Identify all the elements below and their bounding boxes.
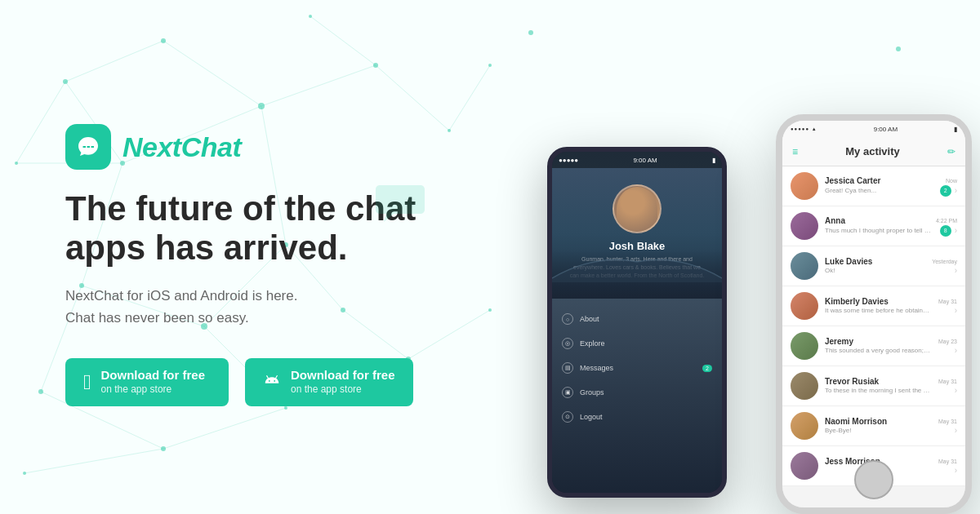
android-bg-scene: Josh Blake Gunman, hunter, 3 arts. Here … <box>552 168 722 299</box>
logout-icon: ⊙ <box>562 411 573 423</box>
trevor-avatar <box>791 372 818 400</box>
android-menu: ○ About ◎ Explore ▤ Messages 2 ▣ Group <box>552 307 722 429</box>
jess-avatar <box>791 452 818 480</box>
jeremy-arrow: › <box>955 346 957 355</box>
naomi-chat-body: Naomi Morrison May 31 Bye-Bye! › <box>825 417 957 435</box>
ios-phone: ●●●●● ▲ 9:00 AM ▮ ≡ My activity ✏ J <box>776 114 972 514</box>
android-btn-sub: on the app store <box>291 383 395 397</box>
messages-icon: ▤ <box>562 362 573 374</box>
headline: The future of the chat apps has arrived. <box>65 189 474 268</box>
tagline-text: The future of the chat apps has arrived. <box>65 189 416 267</box>
kimberly-arrow: › <box>955 306 957 315</box>
android-screen: ●●●●● 9:00 AM ▮ <box>552 152 722 493</box>
naomi-avatar <box>791 412 818 440</box>
android-btn-main: Download for free <box>291 368 395 383</box>
jeremy-chat-body: Jeremy May 23 This sounded a very good r… <box>825 337 957 355</box>
ios-signal: ●●●●● ▲ <box>791 126 817 131</box>
menu-messages-label: Messages <box>580 364 613 372</box>
android-status-bar: ●●●●● 9:00 AM ▮ <box>552 152 722 168</box>
groups-icon: ▣ <box>562 387 573 398</box>
subtitle-line2: Chat has never been so easy. <box>65 310 249 326</box>
jessica-arrow: › <box>955 186 957 195</box>
trevor-chat-body: Trevor Rusiak May 31 To these in the mor… <box>825 377 957 395</box>
app-logo-icon <box>65 124 111 170</box>
menu-item-logout[interactable]: ⊙ Logout <box>552 405 722 429</box>
ios-download-button[interactable]:  Download for free on the app store <box>65 358 229 406</box>
jessica-chat-body: Jessica Carter Now Great! Cya then... 2 … <box>825 176 957 197</box>
store-buttons-row:  Download for free on the app store Dow… <box>65 358 474 406</box>
bridge-silhouette <box>552 250 722 282</box>
android-download-button[interactable]: Download for free on the app store <box>245 358 413 406</box>
ios-btn-main: Download for free <box>101 368 206 383</box>
subtitle-line1: NextChat for iOS and Android is here. <box>65 288 297 304</box>
ios-chat-item-naomi[interactable]: Naomi Morrison May 31 Bye-Bye! › <box>782 406 965 446</box>
kimberly-chat-body: Kimberly Davies May 31 It was some time … <box>825 297 957 315</box>
jess-chat-body: Jess Morrison May 31 › <box>825 457 957 475</box>
luke-arrow: › <box>955 266 957 275</box>
menu-logout-label: Logout <box>580 413 603 421</box>
android-avatar <box>612 184 662 233</box>
android-icon <box>263 371 281 392</box>
messages-badge: 2 <box>702 365 712 372</box>
app-name: NextChat <box>122 131 241 163</box>
android-btn-text: Download for free on the app store <box>291 368 395 397</box>
ios-chat-item-jess[interactable]: Jess Morrison May 31 › <box>782 446 965 486</box>
jessica-badge: 2 <box>940 185 951 197</box>
menu-groups-label: Groups <box>580 388 604 397</box>
ios-chat-item-trevor[interactable]: Trevor Rusiak May 31 To these in the mor… <box>782 366 965 406</box>
anna-badge: 8 <box>940 225 951 237</box>
ios-time: 9:00 AM <box>874 126 898 133</box>
ios-status-bar: ●●●●● ▲ 9:00 AM ▮ <box>782 121 965 137</box>
main-content: NextChat The future of the chat apps has… <box>0 0 980 514</box>
ios-chat-item-kimberly[interactable]: Kimberly Davies May 31 It was some time … <box>782 286 965 326</box>
android-time: 9:00 AM <box>633 157 657 164</box>
android-logo-icon <box>263 371 281 389</box>
chat-icon <box>75 134 101 160</box>
naomi-arrow: › <box>955 426 957 435</box>
menu-about-label: About <box>580 315 599 323</box>
phones-panel: ●●●●● 9:00 AM ▮ <box>523 0 980 514</box>
ios-chat-item-luke[interactable]: Luke Davies Yesterday Ok! › <box>782 246 965 286</box>
luke-avatar <box>791 252 818 280</box>
ios-btn-sub: on the app store <box>101 383 206 397</box>
jeremy-avatar <box>791 332 818 360</box>
trevor-arrow: › <box>955 386 957 395</box>
luke-chat-body: Luke Davies Yesterday Ok! › <box>825 257 957 275</box>
ios-chat-item-jeremy[interactable]: Jeremy May 23 This sounded a very good r… <box>782 326 965 366</box>
anna-arrow: › <box>955 226 957 235</box>
ios-battery-icon: ▮ <box>954 126 957 133</box>
ios-chat-item-jessica[interactable]: Jessica Carter Now Great! Cya then... 2 … <box>782 166 965 206</box>
jess-arrow: › <box>955 466 957 475</box>
ios-edit-icon[interactable]: ✏ <box>947 146 956 157</box>
ios-btn-text: Download for free on the app store <box>101 368 206 397</box>
subtitle: NextChat for iOS and Android is here. Ch… <box>65 285 474 329</box>
menu-item-messages[interactable]: ▤ Messages 2 <box>552 356 722 380</box>
ios-hamburger-icon[interactable]: ≡ <box>792 146 798 157</box>
android-phone: ●●●●● 9:00 AM ▮ <box>547 147 727 498</box>
ios-chat-item-anna[interactable]: Anna 4:22 PM Thus much I thought proper … <box>782 206 965 246</box>
left-panel: NextChat The future of the chat apps has… <box>0 0 523 514</box>
ios-nav-title: My activity <box>845 145 899 157</box>
ios-screen: ●●●●● ▲ 9:00 AM ▮ ≡ My activity ✏ J <box>782 121 965 507</box>
anna-avatar <box>791 212 818 240</box>
android-battery-icon: ▮ <box>712 157 715 164</box>
menu-item-about[interactable]: ○ About <box>552 307 722 331</box>
ios-chat-list: Jessica Carter Now Great! Cya then... 2 … <box>782 166 965 486</box>
android-signal: ●●●●● <box>559 157 578 164</box>
menu-explore-label: Explore <box>580 339 605 348</box>
anna-chat-body: Anna 4:22 PM Thus much I thought proper … <box>825 216 957 237</box>
kimberly-avatar <box>791 292 818 320</box>
deco-bubble-icon <box>376 181 425 222</box>
apple-icon:  <box>83 371 91 392</box>
jessica-avatar <box>791 172 818 200</box>
about-icon: ○ <box>562 313 573 325</box>
explore-icon: ◎ <box>562 338 573 349</box>
logo-row: NextChat <box>65 124 474 170</box>
ios-nav-bar: ≡ My activity ✏ <box>782 137 965 166</box>
menu-item-explore[interactable]: ◎ Explore <box>552 331 722 356</box>
menu-item-groups[interactable]: ▣ Groups <box>552 380 722 405</box>
